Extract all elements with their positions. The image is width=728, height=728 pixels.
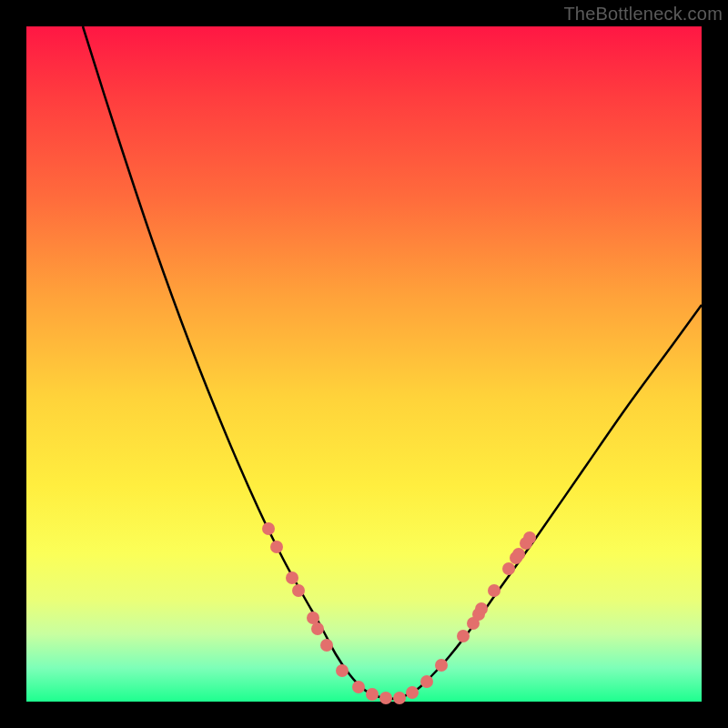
curve-dot [336,664,349,677]
curve-dot [393,692,406,704]
bottleneck-curve [83,26,702,699]
curve-dot [286,571,298,584]
curve-dot [457,630,470,642]
curve-dot [502,562,515,575]
curve-dot [379,692,392,704]
curve-dot [307,612,319,624]
curve-dot [270,541,283,553]
curve-dot [523,531,536,544]
curve-dot [435,659,448,672]
curve-dots-group [262,522,536,704]
curve-dot [292,584,305,597]
curve-dot [366,688,379,701]
curve-dot [262,522,275,535]
curve-dot [352,681,365,693]
curve-dot [512,548,525,561]
curve-dot [475,602,488,615]
curve-dot [488,584,500,597]
chart-frame: TheBottleneck.com [0,0,728,728]
curve-dot [311,622,324,635]
curve-dot [420,675,433,688]
curve-dot [320,639,333,652]
attribution-label: TheBottleneck.com [563,4,723,25]
curve-dot [406,686,419,699]
chart-svg [26,26,702,702]
